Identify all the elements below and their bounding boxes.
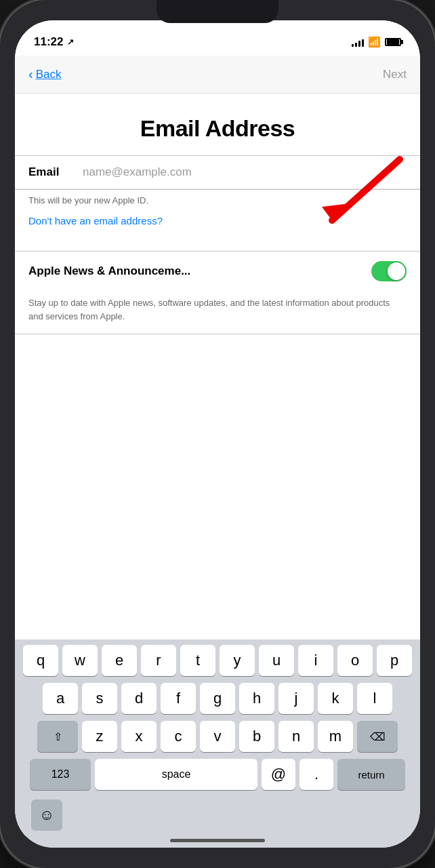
key-s[interactable]: s bbox=[82, 683, 117, 714]
toggle-label: Apple News & Announceme... bbox=[28, 264, 363, 278]
key-j[interactable]: j bbox=[278, 683, 314, 714]
status-icons: 📶 bbox=[352, 36, 401, 48]
signal-bar-2 bbox=[355, 43, 357, 47]
key-i[interactable]: i bbox=[298, 645, 333, 676]
email-form-row: Email bbox=[15, 156, 420, 189]
email-form-section: Email bbox=[15, 155, 420, 190]
keyboard-row-1: q w e r t y u i o p bbox=[18, 645, 417, 676]
signal-bar-4 bbox=[362, 39, 364, 47]
signal-bars bbox=[352, 37, 364, 47]
keyboard-bottom-bar: ☺ bbox=[18, 797, 417, 836]
no-email-link[interactable]: Don't have an email address? bbox=[15, 214, 420, 235]
key-h[interactable]: h bbox=[239, 683, 274, 714]
signal-bar-1 bbox=[352, 44, 354, 47]
toggle-section: Apple News & Announceme... Stay up to da… bbox=[15, 251, 420, 334]
keyboard-row-4: 123 space @ . return bbox=[18, 759, 417, 790]
key-l[interactable]: l bbox=[357, 683, 392, 714]
key-space[interactable]: space bbox=[95, 759, 257, 790]
key-period[interactable]: . bbox=[299, 759, 333, 790]
apple-news-toggle[interactable] bbox=[371, 261, 407, 281]
back-label: Back bbox=[36, 68, 62, 81]
key-z[interactable]: z bbox=[82, 721, 117, 752]
email-input[interactable] bbox=[83, 165, 407, 179]
battery-icon bbox=[385, 38, 401, 46]
key-v[interactable]: v bbox=[200, 721, 235, 752]
hint-section: This will be your new Apple ID. Don't ha… bbox=[15, 190, 420, 235]
key-f[interactable]: f bbox=[161, 683, 196, 714]
key-shift[interactable]: ⇧ bbox=[37, 721, 78, 752]
hint-text: This will be your new Apple ID. bbox=[15, 190, 420, 214]
next-button[interactable]: Next bbox=[383, 68, 407, 81]
content-area: Email Address Email This will be your ne… bbox=[15, 94, 420, 639]
key-w[interactable]: w bbox=[62, 645, 98, 676]
keyboard: q w e r t y u i o p a s d f g bbox=[15, 639, 420, 839]
key-123[interactable]: 123 bbox=[30, 759, 91, 790]
page-title-section: Email Address bbox=[15, 94, 420, 155]
key-q[interactable]: q bbox=[23, 645, 58, 676]
key-p[interactable]: p bbox=[377, 645, 412, 676]
key-x[interactable]: x bbox=[121, 721, 157, 752]
key-e[interactable]: e bbox=[102, 645, 137, 676]
toggle-description: Stay up to date with Apple news, softwar… bbox=[15, 291, 420, 334]
key-return[interactable]: return bbox=[337, 759, 405, 790]
time-display: 11:22 bbox=[34, 35, 63, 49]
key-at[interactable]: @ bbox=[262, 759, 295, 790]
home-bar[interactable] bbox=[170, 839, 265, 842]
key-y[interactable]: y bbox=[220, 645, 255, 676]
chevron-left-icon: ‹ bbox=[28, 66, 33, 82]
key-t[interactable]: t bbox=[180, 645, 215, 676]
key-o[interactable]: o bbox=[337, 645, 373, 676]
key-n[interactable]: n bbox=[278, 721, 314, 752]
key-emoji[interactable]: ☺ bbox=[31, 800, 62, 831]
page-title: Email Address bbox=[31, 115, 404, 142]
key-b[interactable]: b bbox=[239, 721, 274, 752]
signal-bar-3 bbox=[358, 41, 360, 47]
nav-bar: ‹ Back Next bbox=[15, 56, 420, 94]
key-a[interactable]: a bbox=[43, 683, 78, 714]
keyboard-row-2: a s d f g h j k l bbox=[18, 683, 417, 714]
keyboard-row-3: ⇧ z x c v b n m ⌫ bbox=[18, 721, 417, 752]
toggle-row: Apple News & Announceme... bbox=[15, 252, 420, 291]
key-r[interactable]: r bbox=[141, 645, 176, 676]
email-label: Email bbox=[28, 165, 75, 179]
home-indicator bbox=[15, 839, 420, 848]
key-k[interactable]: k bbox=[318, 683, 353, 714]
status-bar: 11:22 ↗ 📶 bbox=[15, 20, 420, 56]
key-c[interactable]: c bbox=[161, 721, 196, 752]
key-m[interactable]: m bbox=[318, 721, 353, 752]
back-button[interactable]: ‹ Back bbox=[28, 67, 61, 82]
key-g[interactable]: g bbox=[200, 683, 235, 714]
key-delete[interactable]: ⌫ bbox=[357, 721, 398, 752]
key-d[interactable]: d bbox=[121, 683, 157, 714]
key-u[interactable]: u bbox=[259, 645, 294, 676]
toggle-knob bbox=[388, 262, 405, 280]
status-time: 11:22 ↗ bbox=[34, 35, 74, 49]
wifi-icon: 📶 bbox=[368, 36, 381, 48]
location-icon: ↗ bbox=[67, 37, 74, 47]
